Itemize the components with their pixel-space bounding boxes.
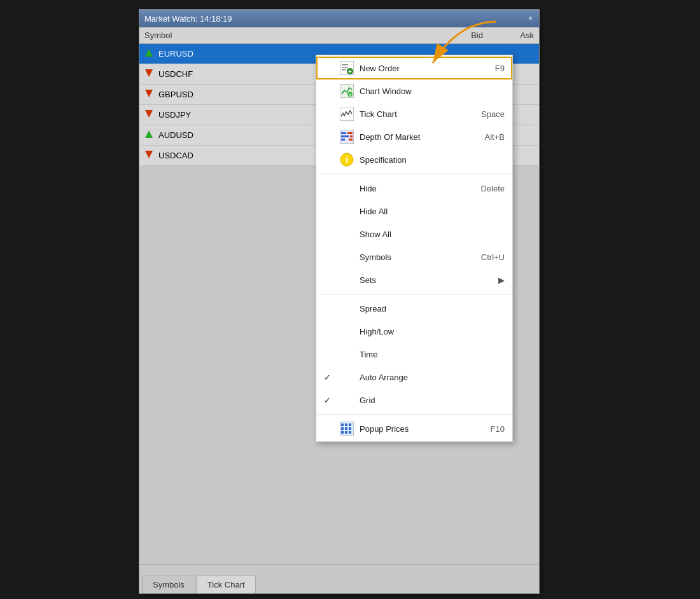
menu-separator: [316, 414, 512, 415]
svg-rect-9: [342, 69, 346, 71]
menu-item-auto-arrange[interactable]: ✓Auto Arrange: [316, 366, 512, 389]
symbol-name: USDJPY: [158, 110, 191, 120]
svg-text:+: +: [348, 68, 352, 75]
svg-text:i: i: [346, 155, 348, 165]
arrow-down-icon: [144, 150, 155, 161]
menu-label-depth-of-market: Depth Of Market: [360, 132, 472, 142]
menu-shortcut-depth-of-market: Alt+B: [485, 132, 505, 142]
svg-rect-29: [341, 427, 344, 430]
menu-shortcut-symbols: Ctrl+U: [481, 252, 505, 262]
svg-rect-30: [345, 427, 347, 430]
arrow-down-icon: [144, 69, 155, 79]
menu-shortcut-popup-prices: F10: [491, 424, 505, 434]
no-icon: [339, 226, 354, 242]
close-button[interactable]: ×: [527, 14, 534, 23]
spec-icon: i: [339, 152, 354, 167]
svg-rect-27: [345, 423, 347, 426]
chart-window-icon: +: [339, 83, 354, 99]
no-icon: [339, 301, 354, 316]
menu-item-specification[interactable]: i Specification: [316, 148, 512, 171]
arrow-annotation: [395, 9, 522, 85]
svg-rect-28: [349, 423, 351, 426]
no-icon: [339, 181, 354, 196]
menu-label-hide: Hide: [360, 184, 468, 193]
menu-label-show-all: Show All: [360, 230, 492, 239]
arrow-down-icon: [144, 89, 155, 100]
tick-chart-tab[interactable]: Tick Chart: [197, 575, 256, 593]
menu-label-spread: Spread: [360, 304, 492, 313]
depth-icon: [339, 129, 354, 144]
tick-chart-icon: [339, 106, 354, 121]
no-icon: [339, 392, 354, 408]
menu-item-symbols[interactable]: SymbolsCtrl+U: [316, 245, 512, 268]
svg-rect-7: [342, 64, 348, 65]
no-icon: [339, 249, 354, 265]
svg-marker-5: [145, 151, 153, 158]
popup-icon: [339, 421, 354, 436]
arrow-up-icon: [144, 130, 155, 141]
menu-label-time: Time: [360, 350, 492, 359]
symbol-name: GBPUSD: [158, 90, 193, 99]
svg-marker-4: [145, 130, 153, 138]
menu-label-auto-arrange: Auto Arrange: [360, 373, 492, 382]
symbol-name: USDCHF: [158, 69, 193, 79]
menu-label-high-low: High/Low: [360, 327, 492, 336]
menu-item-grid[interactable]: ✓Grid: [316, 389, 512, 411]
new-order-icon: +: [339, 60, 354, 76]
menu-label-chart-window: Chart Window: [360, 86, 492, 96]
svg-text:+: +: [349, 92, 352, 98]
svg-rect-18: [341, 135, 349, 137]
svg-rect-31: [349, 427, 351, 430]
svg-rect-17: [341, 132, 346, 134]
svg-marker-3: [145, 110, 153, 118]
context-menu: + New OrderF9 + Chart Window Tick ChartS…: [316, 55, 513, 442]
svg-marker-1: [145, 69, 153, 77]
symbol-name: USDCAD: [158, 151, 193, 160]
no-icon: [339, 203, 354, 219]
menu-item-depth-of-market[interactable]: Depth Of MarketAlt+B: [316, 125, 512, 148]
svg-marker-2: [145, 90, 153, 97]
menu-label-sets: Sets: [360, 275, 486, 285]
svg-rect-20: [347, 132, 353, 134]
menu-label-specification: Specification: [360, 155, 492, 165]
checkmark-auto-arrange: ✓: [324, 373, 337, 382]
bottom-tabs: SymbolsTick Chart: [139, 564, 539, 593]
menu-label-grid: Grid: [360, 396, 492, 405]
menu-label-popup-prices: Popup Prices: [360, 424, 478, 434]
arrow-up-icon: [144, 48, 155, 59]
window-title: Market Watch: 14:18:19: [144, 14, 232, 24]
menu-shortcut-sets: ▶: [498, 275, 505, 285]
checkmark-grid: ✓: [324, 396, 337, 405]
menu-label-symbols: Symbols: [360, 252, 468, 262]
svg-rect-21: [350, 135, 353, 137]
symbol-column-header: Symbol: [144, 31, 407, 40]
menu-separator: [316, 294, 512, 294]
svg-rect-34: [349, 431, 351, 434]
symbol-name: AUDUSD: [158, 130, 193, 140]
no-icon: [339, 324, 354, 339]
menu-label-hide-all: Hide All: [360, 207, 492, 216]
menu-item-hide[interactable]: HideDelete: [316, 177, 512, 200]
svg-marker-0: [145, 49, 153, 57]
menu-item-time[interactable]: Time: [316, 343, 512, 366]
menu-item-tick-chart[interactable]: Tick ChartSpace: [316, 102, 512, 125]
menu-item-high-low[interactable]: High/Low: [316, 320, 512, 343]
menu-item-hide-all[interactable]: Hide All: [316, 200, 512, 223]
no-icon: [339, 272, 354, 287]
svg-rect-8: [342, 67, 348, 68]
menu-item-show-all[interactable]: Show All: [316, 223, 512, 245]
menu-shortcut-tick-chart: Space: [481, 109, 505, 119]
svg-rect-26: [341, 423, 344, 426]
symbol-name: EURUSD: [158, 49, 193, 59]
menu-label-tick-chart: Tick Chart: [360, 109, 468, 119]
menu-shortcut-hide: Delete: [480, 184, 505, 193]
no-icon: [339, 347, 354, 362]
no-icon: [339, 369, 354, 385]
menu-item-spread[interactable]: Spread: [316, 297, 512, 320]
menu-item-popup-prices[interactable]: Popup PricesF10: [316, 417, 512, 440]
svg-rect-33: [345, 431, 347, 434]
menu-separator: [316, 174, 512, 174]
symbols-tab[interactable]: Symbols: [142, 575, 195, 593]
svg-rect-22: [349, 139, 353, 141]
menu-item-sets[interactable]: Sets▶: [316, 268, 512, 291]
